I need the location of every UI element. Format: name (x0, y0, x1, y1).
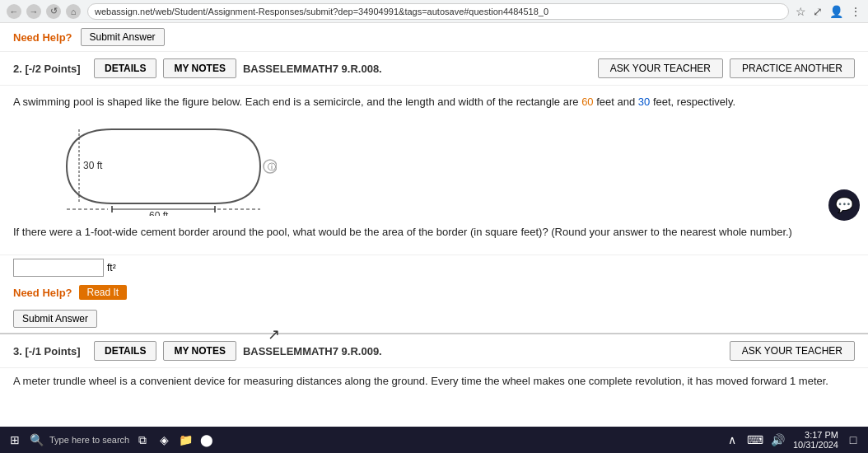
q3-my-notes-button[interactable]: MY NOTES (163, 341, 236, 361)
practice-another-button[interactable]: PRACTICE ANOTHER (730, 58, 855, 78)
question3-code: BASSELEMMATH7 9.R.009. (243, 345, 723, 357)
submit-answer-button[interactable]: Submit Answer (13, 310, 97, 328)
question-text: If there were a 1-foot-wide cement borde… (13, 224, 855, 241)
extension-icon[interactable]: ⤢ (813, 5, 823, 18)
q3-details-button[interactable]: DETAILS (94, 341, 156, 361)
search-text[interactable]: Type here to search (49, 435, 129, 445)
explorer-icon[interactable]: 📁 (177, 432, 194, 448)
browser-actions: ☆ ⤢ 👤 ⋮ (796, 5, 861, 18)
taskview-icon[interactable]: ⧉ (134, 432, 151, 448)
question2-code: BASSELEMMATH7 9.R.008. (243, 63, 591, 75)
svg-text:30 ft: 30 ft (83, 160, 103, 171)
height-value: 30 (638, 96, 650, 108)
need-help-label: Need Help? (13, 287, 72, 299)
svg-text:ⓘ: ⓘ (268, 162, 276, 171)
clock: 3:17 PM 10/31/2024 (793, 430, 838, 450)
back-button[interactable]: ← (7, 4, 21, 19)
answer-area: ft² (0, 255, 868, 280)
keyboard-icon[interactable]: ⌨ (747, 432, 763, 448)
browser-nav-icons: ← → ↺ ⌂ (7, 4, 81, 19)
submit-answer-top-button[interactable]: Submit Answer (81, 28, 165, 46)
date-display: 10/31/2024 (793, 440, 838, 450)
problem-description: A swimming pool is shaped like the figur… (13, 94, 855, 110)
taskbar-right: ∧ ⌨ 🔊 3:17 PM 10/31/2024 □ (724, 430, 861, 450)
taskbar-left: ⊞ 🔍 Type here to search ⧉ ◈ 📁 ⬤ (7, 432, 215, 448)
page-content: Need Help? Submit Answer 2. [-/2 Points]… (0, 23, 868, 395)
star-icon[interactable]: ☆ (796, 5, 806, 18)
problem-text-part2: feet and (594, 96, 638, 108)
top-bar: Need Help? Submit Answer (0, 23, 868, 52)
reload-button[interactable]: ↺ (46, 4, 61, 19)
start-icon[interactable]: ⊞ (7, 432, 23, 448)
need-help-top-label: Need Help? (13, 31, 72, 44)
details-button[interactable]: DETAILS (94, 58, 156, 78)
chevron-up-icon[interactable]: ∧ (724, 432, 740, 448)
q3-ask-teacher-button[interactable]: ASK YOUR TEACHER (730, 341, 855, 361)
question3-label: 3. [-/1 Points] (13, 345, 87, 357)
time-display: 3:17 PM (793, 430, 838, 440)
forward-button[interactable]: → (26, 4, 41, 19)
chrome-icon[interactable]: ⬤ (198, 432, 215, 448)
question3-header: 3. [-/1 Points] DETAILS MY NOTES BASSELE… (0, 334, 868, 368)
width-value: 60 (581, 96, 593, 108)
browser-bar: ← → ↺ ⌂ webassign.net/web/Student/Assign… (0, 0, 868, 23)
edge-icon[interactable]: ◈ (156, 432, 172, 448)
read-it-button[interactable]: Read It (79, 285, 128, 300)
need-help-row: Need Help? Read It (0, 280, 868, 305)
taskbar: ⊞ 🔍 Type here to search ⧉ ◈ 📁 ⬤ ∧ ⌨ 🔊 3:… (0, 427, 868, 453)
unit-label: ft² (107, 262, 116, 273)
search-icon[interactable]: 🔍 (28, 432, 44, 448)
chat-bubble[interactable]: 💬 (828, 189, 860, 221)
volume-icon[interactable]: 🔊 (770, 432, 786, 448)
url-text: webassign.net/web/Student/Assignment-Res… (95, 7, 548, 16)
address-bar[interactable]: webassign.net/web/Student/Assignment-Res… (87, 3, 789, 20)
question2-header: 2. [-/2 Points] DETAILS MY NOTES BASSELE… (0, 52, 868, 86)
home-button[interactable]: ⌂ (66, 4, 81, 19)
menu-icon[interactable]: ⋮ (850, 5, 861, 18)
problem-text-part3: feet, respectively. (650, 96, 735, 108)
problem-text-part1: A swimming pool is shaped like the figur… (13, 96, 581, 108)
problem-content: A swimming pool is shaped like the figur… (0, 86, 868, 255)
diagram-area: 30 ft 60 ft ⓘ (63, 117, 855, 216)
ask-teacher-button[interactable]: ASK YOUR TEACHER (598, 58, 723, 78)
answer-input[interactable] (13, 259, 104, 277)
my-notes-button[interactable]: MY NOTES (163, 58, 236, 78)
question2-label: 2. [-/2 Points] (13, 63, 87, 75)
svg-text:60 ft: 60 ft (149, 210, 169, 216)
submit-row: Submit Answer (0, 305, 868, 334)
notification-icon[interactable]: □ (845, 432, 861, 448)
profile-icon[interactable]: 👤 (829, 5, 843, 18)
pool-diagram: 30 ft 60 ft ⓘ (63, 117, 277, 216)
question3-text: A meter trundle wheel is a convenient de… (0, 368, 868, 395)
